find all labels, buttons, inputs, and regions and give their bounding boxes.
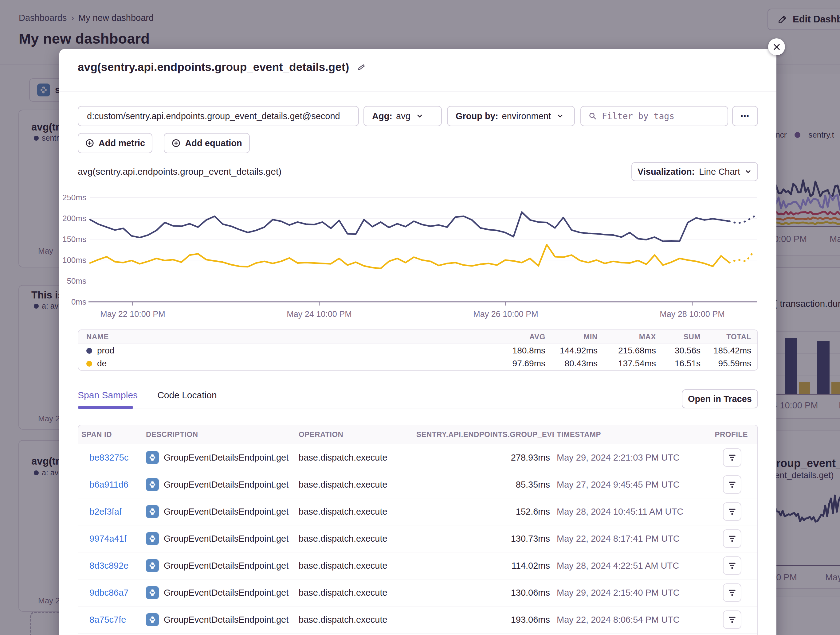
profile-button[interactable] [723, 610, 741, 629]
modal-title-row: avg(sentry.api.endpoints.group_event_det… [78, 61, 366, 74]
summary-col-header: NAME [78, 332, 499, 341]
groupby-label: Group by: [456, 111, 498, 121]
series-total: 95.59ms [707, 359, 757, 369]
search-icon [588, 112, 597, 120]
visualization-value: Line Chart [699, 167, 740, 177]
samples-col-header: DESCRIPTION [143, 430, 295, 439]
add-metric-button[interactable]: Add metric [78, 133, 152, 153]
svg-text:50ms: 50ms [67, 276, 86, 285]
detail-tabs: Span Samples Code Location [78, 390, 217, 408]
span-sample-row: b6a911d6GroupEventDetailsEndpoint.getbas… [78, 471, 757, 498]
edit-title-pencil-icon[interactable] [357, 63, 366, 72]
series-color-dot [86, 361, 92, 367]
profile-button[interactable] [723, 583, 741, 602]
span-id-link[interactable]: 8d3c892e [89, 561, 128, 570]
open-in-traces-label: Open in Traces [688, 394, 752, 404]
metric-query-value: d:custom/sentry.api.endpoints.group_even… [87, 111, 340, 121]
series-name: prod [78, 346, 499, 356]
close-icon [772, 43, 781, 51]
modal-divider [59, 91, 777, 91]
profile-button[interactable] [723, 503, 741, 521]
svg-text:May 24 10:00 PM: May 24 10:00 PM [287, 309, 352, 319]
svg-text:250ms: 250ms [62, 193, 86, 202]
svg-text:0ms: 0ms [71, 297, 86, 306]
aggregate-value: avg [396, 111, 411, 121]
summary-col-header: MAX [604, 332, 662, 341]
more-options-button[interactable]: ••• [732, 106, 758, 126]
span-operation: base.dispatch.execute [295, 615, 413, 625]
groupby-dropdown[interactable]: Group by: environment [447, 106, 575, 126]
add-equation-label: Add equation [185, 138, 242, 148]
profile-flamechart-icon [728, 534, 736, 543]
span-id-link[interactable]: 9974a41f [89, 534, 126, 544]
samples-col-header: PROFILE [711, 430, 757, 439]
span-samples-table: SPAN IDDESCRIPTIONOPERATIONSENTRY.API.EN… [78, 425, 758, 635]
metric-query-input[interactable]: d:custom/sentry.api.endpoints.group_even… [78, 106, 359, 126]
span-timestamp: May 28, 2024 10:45:11 AM UTC [554, 507, 711, 517]
span-operation: base.dispatch.execute [295, 480, 413, 490]
open-in-traces-button[interactable]: Open in Traces [682, 389, 758, 408]
span-description: GroupEventDetailsEndpoint.get [143, 478, 295, 491]
span-id-link[interactable]: be83275c [89, 452, 128, 462]
svg-text:100ms: 100ms [62, 255, 86, 265]
span-id-link[interactable]: b6a911d6 [89, 480, 128, 490]
add-metric-label: Add metric [99, 138, 145, 148]
visualization-dropdown[interactable]: Visualization: Line Chart [632, 162, 758, 181]
span-timestamp: May 27, 2024 9:45:45 PM UTC [554, 480, 711, 490]
visualization-label: Visualization: [638, 167, 695, 177]
span-operation: base.dispatch.execute [295, 588, 413, 598]
profile-flamechart-icon [728, 480, 736, 489]
line-chart[interactable]: 0ms50ms100ms150ms200ms250msMay 22 10:00 … [59, 191, 758, 322]
plus-circle-icon [171, 139, 181, 148]
summary-table-header: NAMEAVGMINMAXSUMTOTAL [78, 330, 757, 344]
span-metric-value: 114.02ms [413, 561, 554, 571]
profile-button[interactable] [723, 475, 741, 494]
summary-row[interactable]: de97.69ms80.43ms137.54ms16.51s95.59ms [78, 357, 757, 370]
samples-col-header: TIMESTAMP [554, 430, 711, 439]
profile-button[interactable] [723, 448, 741, 467]
python-icon [146, 451, 159, 464]
sentry-dashboard-page: Dashboards›My new dashboard My new dashb… [0, 0, 840, 635]
series-avg: 97.69ms [499, 359, 551, 369]
span-timestamp: May 22, 2024 8:06:54 PM UTC [554, 615, 711, 625]
span-sample-row: b2ef3fafGroupEventDetailsEndpoint.getbas… [78, 498, 757, 525]
span-metric-value: 193.06ms [413, 615, 554, 625]
series-sum: 16.51s [662, 359, 707, 369]
span-id-link[interactable]: b2ef3faf [89, 507, 122, 517]
svg-text:May 26 10:00 PM: May 26 10:00 PM [473, 309, 538, 319]
add-equation-button[interactable]: Add equation [164, 133, 250, 153]
span-operation: base.dispatch.execute [295, 452, 413, 463]
span-sample-row: 8d3c892eGroupEventDetailsEndpoint.getbas… [78, 552, 757, 580]
series-max: 137.54ms [604, 359, 662, 369]
profile-button[interactable] [723, 556, 741, 575]
profile-button[interactable] [723, 529, 741, 548]
samples-table-header: SPAN IDDESCRIPTIONOPERATIONSENTRY.API.EN… [78, 425, 757, 444]
series-name: de [78, 359, 499, 369]
span-id-link[interactable]: 9dbc86a7 [89, 588, 128, 597]
svg-text:May 28 10:00 PM: May 28 10:00 PM [660, 309, 725, 319]
tab-code-location[interactable]: Code Location [157, 390, 216, 408]
filter-tags-input[interactable]: Filter by tags [580, 106, 728, 126]
span-operation: base.dispatch.execute [295, 534, 413, 544]
series-total: 185.42ms [707, 346, 757, 356]
profile-flamechart-icon [728, 615, 736, 624]
close-button[interactable] [768, 38, 785, 55]
profile-flamechart-icon [728, 588, 736, 597]
span-sample-row: 9dbc86a7GroupEventDetailsEndpoint.getbas… [78, 580, 757, 607]
series-avg: 180.8ms [499, 346, 551, 356]
summary-row[interactable]: prod180.8ms144.92ms215.68ms30.56s185.42m… [78, 344, 757, 357]
samples-col-header: SPAN ID [78, 430, 143, 439]
groupby-value: environment [502, 111, 551, 121]
metric-details-modal: avg(sentry.api.endpoints.group_event_det… [59, 49, 777, 635]
series-max: 215.68ms [604, 346, 662, 356]
span-description: GroupEventDetailsEndpoint.get [143, 451, 295, 464]
span-timestamp: May 29, 2024 2:21:03 PM UTC [554, 452, 711, 463]
aggregate-dropdown[interactable]: Agg: avg [363, 106, 442, 126]
span-id-link[interactable]: 8a75c7fe [89, 615, 126, 624]
tab-track [78, 408, 713, 408]
series-min: 144.92ms [551, 346, 604, 356]
tab-span-samples[interactable]: Span Samples [78, 390, 137, 408]
span-description: GroupEventDetailsEndpoint.get [143, 532, 295, 545]
span-sample-row: be83275cGroupEventDetailsEndpoint.getbas… [78, 444, 757, 471]
chevron-down-icon [556, 112, 564, 120]
